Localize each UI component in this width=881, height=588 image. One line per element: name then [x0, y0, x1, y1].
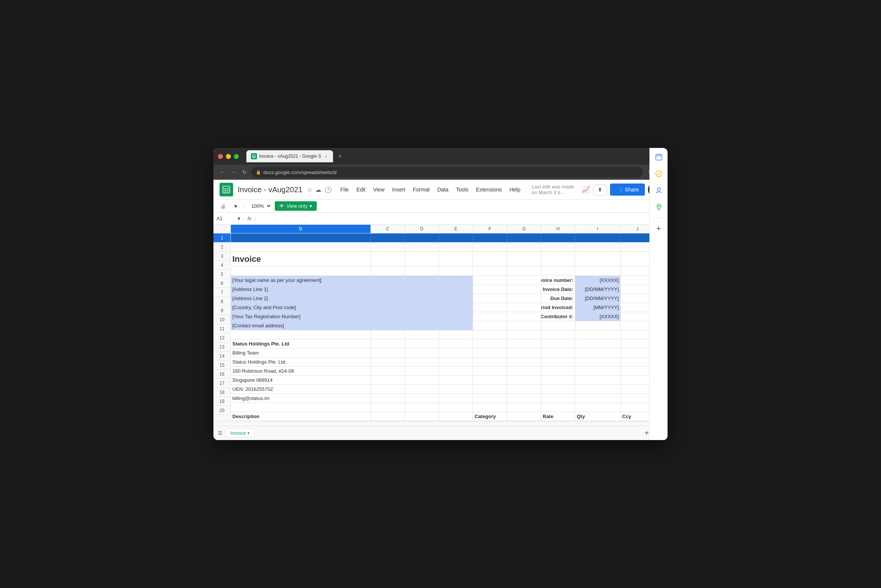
cell-h7[interactable]: Due Date:: [541, 294, 575, 303]
cell-e11[interactable]: [439, 330, 473, 339]
cell-h16[interactable]: [541, 376, 575, 384]
cell-i2[interactable]: [575, 243, 621, 251]
row-num-11[interactable]: 11: [213, 324, 230, 333]
cell-e19[interactable]: [439, 403, 473, 412]
cell-g9[interactable]: [507, 312, 541, 321]
cloud-icon[interactable]: ☁: [315, 186, 321, 193]
cell-i4[interactable]: [575, 267, 621, 275]
cell-i13[interactable]: [575, 348, 621, 357]
cell-b14[interactable]: Status Holdings Pte. Ltd.: [231, 358, 371, 366]
row-num-20[interactable]: 20: [213, 406, 230, 415]
cell-d5[interactable]: [405, 276, 439, 285]
row-num-5[interactable]: 5: [213, 270, 230, 279]
col-header-d[interactable]: D: [405, 225, 439, 233]
row-num-15[interactable]: 15: [213, 361, 230, 370]
cell-g13[interactable]: [507, 348, 541, 357]
cell-b4[interactable]: [231, 267, 371, 275]
col-header-h[interactable]: H: [541, 225, 575, 233]
cell-c20[interactable]: [371, 412, 405, 421]
cell-g15[interactable]: [507, 367, 541, 375]
cell-b10[interactable]: [Contact email address]: [231, 321, 371, 330]
menu-file[interactable]: File: [336, 185, 353, 194]
cell-i12[interactable]: [575, 339, 621, 348]
cell-d4[interactable]: [405, 267, 439, 275]
cell-c17[interactable]: [371, 385, 405, 394]
cell-c16[interactable]: [371, 376, 405, 384]
cell-e2[interactable]: [439, 243, 473, 251]
cell-f11[interactable]: [473, 330, 507, 339]
calendar-panel-icon[interactable]: [653, 151, 665, 163]
cell-c8[interactable]: [371, 303, 405, 312]
cell-f8[interactable]: [473, 303, 507, 312]
cell-e16[interactable]: [439, 376, 473, 384]
url-bar[interactable]: 🔒 docs.google.com/spreadsheets/d/: [251, 167, 643, 177]
cell-c2[interactable]: [371, 243, 405, 251]
cell-b7[interactable]: [Address Line 2]: [231, 294, 371, 303]
cell-d17[interactable]: [405, 385, 439, 394]
cell-g7[interactable]: [507, 294, 541, 303]
add-panel-icon[interactable]: +: [653, 222, 665, 235]
menu-help[interactable]: Help: [506, 185, 524, 194]
contacts-panel-icon[interactable]: [653, 184, 665, 196]
cell-e8[interactable]: [439, 303, 473, 312]
cell-i6[interactable]: [DD/MM/YYYY]: [575, 285, 621, 294]
cell-h4[interactable]: [541, 267, 575, 275]
cell-b9[interactable]: [Your Tax Registration Number]: [231, 312, 371, 321]
menu-data[interactable]: Data: [433, 185, 452, 194]
cell-d3[interactable]: [405, 252, 439, 267]
cell-c5[interactable]: [371, 276, 405, 285]
cell-g6[interactable]: [507, 285, 541, 294]
cell-f1[interactable]: [473, 233, 507, 242]
menu-view[interactable]: View: [369, 185, 388, 194]
row-num-8[interactable]: 8: [213, 297, 230, 306]
cell-g19[interactable]: [507, 403, 541, 412]
cell-c18[interactable]: [371, 394, 405, 403]
sheet-tab-invoice[interactable]: Invoice ▾: [226, 428, 254, 438]
row-num-10[interactable]: 10: [213, 315, 230, 324]
cell-g20[interactable]: [507, 412, 541, 421]
cell-f6[interactable]: [473, 285, 507, 294]
cell-d9[interactable]: [405, 312, 439, 321]
cell-e4[interactable]: [439, 267, 473, 275]
cell-c15[interactable]: [371, 367, 405, 375]
cell-h18[interactable]: [541, 394, 575, 403]
cell-h6[interactable]: Invoice Date:: [541, 285, 575, 294]
share-button[interactable]: 👥 Share: [610, 184, 645, 196]
cell-h11[interactable]: [541, 330, 575, 339]
cell-c1[interactable]: [371, 233, 405, 242]
cell-f7[interactable]: [473, 294, 507, 303]
reload-button[interactable]: ↻: [241, 168, 248, 177]
cell-d1[interactable]: [405, 233, 439, 242]
cell-b19[interactable]: [231, 403, 371, 412]
cell-e1[interactable]: [439, 233, 473, 242]
cell-h3[interactable]: [541, 252, 575, 267]
cell-d18[interactable]: [405, 394, 439, 403]
view-only-button[interactable]: 👁 View only ▾: [275, 201, 317, 211]
row-num-13[interactable]: 13: [213, 342, 230, 352]
tasks-panel-icon[interactable]: [653, 168, 665, 180]
new-tab-button[interactable]: +: [335, 151, 345, 162]
cell-b17[interactable]: UEN: 201625575Z: [231, 385, 371, 394]
cell-g4[interactable]: [507, 267, 541, 275]
cell-i11[interactable]: [575, 330, 621, 339]
row-num-6[interactable]: 6: [213, 279, 230, 288]
cell-f10[interactable]: [473, 321, 507, 330]
cell-f3[interactable]: [473, 252, 507, 267]
col-header-b[interactable]: B: [231, 225, 371, 233]
cell-e7[interactable]: [439, 294, 473, 303]
cell-d10[interactable]: [405, 321, 439, 330]
cell-i14[interactable]: [575, 358, 621, 366]
cell-h14[interactable]: [541, 358, 575, 366]
menu-format[interactable]: Format: [409, 185, 433, 194]
cell-h10[interactable]: [541, 321, 575, 330]
col-header-f[interactable]: F: [473, 225, 507, 233]
cell-c11[interactable]: [371, 330, 405, 339]
close-button[interactable]: [218, 154, 223, 159]
cell-f9[interactable]: [473, 312, 507, 321]
cell-g2[interactable]: [507, 243, 541, 251]
menu-edit[interactable]: Edit: [353, 185, 369, 194]
cell-d7[interactable]: [405, 294, 439, 303]
trend-button[interactable]: 📈: [582, 185, 590, 194]
cell-h19[interactable]: [541, 403, 575, 412]
cell-f16[interactable]: [473, 376, 507, 384]
